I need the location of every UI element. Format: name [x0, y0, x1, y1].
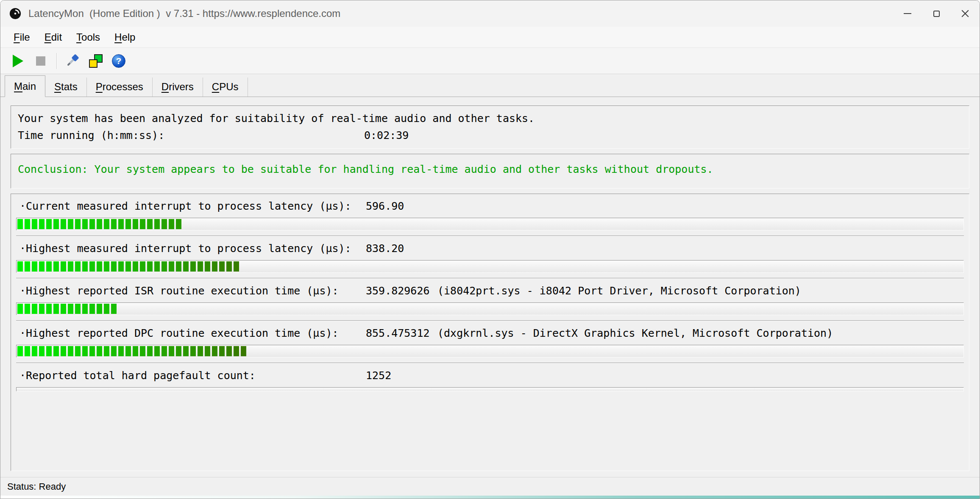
tab-cpus[interactable]: CPUs: [203, 78, 248, 97]
row-separator: [16, 363, 964, 363]
metric-detail: (i8042prt.sys - i8042 Port Driver, Micro…: [437, 283, 801, 299]
tab-stats[interactable]: Stats: [45, 78, 87, 97]
close-icon: [961, 9, 970, 18]
metric-label: ·Highest reported ISR routine execution …: [19, 283, 366, 299]
metric-row-dpc-time: ·Highest reported DPC routine execution …: [16, 325, 964, 363]
maximize-button[interactable]: [922, 0, 951, 27]
toolbar-separator: [56, 53, 57, 69]
row-separator: [16, 278, 964, 279]
help-icon: ?: [112, 54, 125, 68]
metric-detail: (dxgkrnl.sys - DirectX Graphics Kernel, …: [437, 325, 833, 341]
menu-bar: File Edit Tools Help: [0, 27, 980, 48]
row-separator: [16, 320, 964, 321]
metric-label: ·Highest measured interrupt to process l…: [19, 241, 366, 257]
metric-value: 359.829626: [366, 283, 437, 299]
play-icon: [13, 55, 23, 67]
stop-monitor-button[interactable]: [29, 50, 52, 72]
metric-label: ·Current measured interrupt to process l…: [19, 198, 366, 214]
title-bar: LatencyMon (Home Edition ) v 7.31 - http…: [0, 0, 980, 27]
maximize-icon: [933, 11, 940, 17]
metric-value: 838.20: [366, 241, 437, 257]
status-bar: Status: Ready: [0, 477, 980, 496]
tab-strip: Main Stats Processes Drivers CPUs: [0, 74, 980, 97]
report-windows-button[interactable]: [84, 50, 107, 72]
cascade-windows-icon: [89, 54, 103, 68]
time-running-label: Time running (h:mm:ss):: [18, 127, 364, 144]
status-text: Status: Ready: [7, 481, 66, 492]
stop-icon: [36, 56, 45, 66]
minimize-button[interactable]: [893, 0, 922, 27]
toolbar: ?: [0, 48, 980, 74]
row-separator: [16, 236, 964, 236]
metric-row-highest-latency: ·Highest measured interrupt to process l…: [16, 241, 964, 279]
analysis-headline: Your system has been analyzed for suitab…: [18, 110, 962, 127]
tab-main[interactable]: Main: [5, 75, 45, 97]
metric-label: ·Highest reported DPC routine execution …: [19, 325, 366, 341]
conclusion-text: Conclusion: Your system appears to be su…: [18, 158, 962, 184]
window-bottom-edge: [0, 496, 980, 499]
minimize-icon: [904, 13, 911, 14]
conclusion-panel: Conclusion: Your system appears to be su…: [11, 154, 969, 189]
metric-row-pagefaults: ·Reported total hard pagefault count: 12…: [16, 368, 964, 391]
metric-value: 855.475312: [366, 325, 437, 341]
window-title: LatencyMon (Home Edition ) v 7.31 - http…: [28, 8, 340, 19]
metric-label: ·Reported total hard pagefault count:: [19, 368, 366, 384]
options-button[interactable]: [61, 50, 84, 72]
metric-value: 596.90: [366, 198, 437, 214]
analysis-panel: Your system has been analyzed for suitab…: [11, 105, 969, 149]
time-running-value: 0:02:39: [364, 127, 409, 144]
menu-help[interactable]: Help: [107, 29, 142, 46]
latency-bar: [16, 218, 964, 230]
latencymon-logo-icon: [9, 7, 22, 20]
metrics-panel: ·Current measured interrupt to process l…: [11, 194, 969, 471]
close-button[interactable]: [951, 0, 980, 27]
main-content: Your system has been analyzed for suitab…: [0, 97, 980, 471]
window-controls: [893, 0, 980, 27]
start-monitor-button[interactable]: [6, 50, 29, 72]
help-button[interactable]: ?: [107, 50, 130, 72]
menu-tools[interactable]: Tools: [69, 29, 107, 46]
pagefault-bar: [16, 387, 964, 391]
metric-row-current-latency: ·Current measured interrupt to process l…: [16, 198, 964, 236]
latency-bar: [16, 260, 964, 273]
tab-processes[interactable]: Processes: [87, 78, 153, 97]
metric-value: 1252: [366, 368, 437, 384]
tab-drivers[interactable]: Drivers: [153, 78, 203, 97]
screwdriver-icon: [66, 53, 80, 69]
latency-bar: [16, 302, 964, 315]
latencymon-window: LatencyMon (Home Edition ) v 7.31 - http…: [0, 0, 980, 499]
menu-file[interactable]: File: [6, 29, 37, 46]
menu-edit[interactable]: Edit: [37, 29, 69, 46]
latency-bar: [16, 345, 964, 358]
metric-row-isr-time: ·Highest reported ISR routine execution …: [16, 283, 964, 321]
